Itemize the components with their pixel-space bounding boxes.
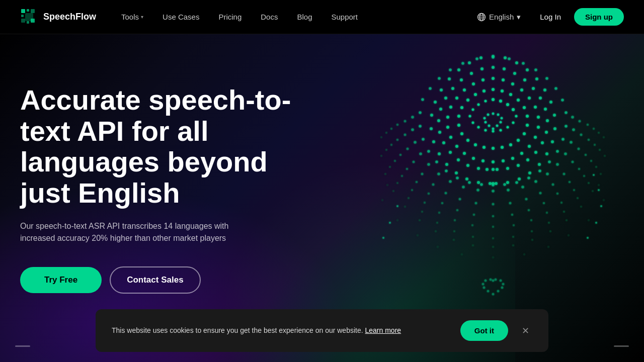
globe-icon xyxy=(477,13,486,22)
svg-rect-5 xyxy=(21,19,25,23)
svg-point-44 xyxy=(460,132,463,135)
nav-support[interactable]: Support xyxy=(325,9,365,25)
svg-point-320 xyxy=(593,174,595,176)
svg-point-91 xyxy=(496,168,499,171)
nav-tools[interactable]: Tools ▾ xyxy=(114,9,150,25)
svg-point-183 xyxy=(546,172,549,175)
svg-point-300 xyxy=(497,114,500,116)
svg-point-144 xyxy=(475,57,478,60)
logo[interactable]: SpeechFlow xyxy=(20,8,96,26)
svg-point-254 xyxy=(472,236,474,238)
svg-point-222 xyxy=(569,181,571,184)
svg-point-51 xyxy=(492,77,495,80)
svg-point-32 xyxy=(517,99,520,102)
svg-point-173 xyxy=(419,152,422,155)
svg-point-124 xyxy=(489,182,492,185)
svg-point-69 xyxy=(449,136,452,139)
try-free-button[interactable]: Try Free xyxy=(20,267,102,293)
svg-point-292 xyxy=(523,253,525,255)
svg-point-220 xyxy=(543,202,545,205)
svg-point-165 xyxy=(445,169,448,172)
svg-point-179 xyxy=(492,190,495,193)
contact-sales-button[interactable]: Contact Sales xyxy=(110,266,200,294)
svg-point-231 xyxy=(411,189,413,191)
svg-point-289 xyxy=(437,246,439,248)
svg-point-18 xyxy=(512,122,515,124)
svg-point-17 xyxy=(515,115,518,118)
login-button[interactable]: Log In xyxy=(531,9,570,25)
svg-point-247 xyxy=(385,149,387,151)
svg-point-264 xyxy=(598,132,600,134)
svg-point-105 xyxy=(470,72,473,75)
svg-point-324 xyxy=(587,237,589,239)
svg-point-259 xyxy=(563,211,565,213)
svg-point-188 xyxy=(571,116,574,119)
svg-point-195 xyxy=(445,192,447,195)
svg-point-175 xyxy=(437,172,440,175)
svg-point-261 xyxy=(588,182,590,184)
svg-point-148 xyxy=(534,68,537,71)
svg-point-251 xyxy=(421,211,423,213)
got-it-button[interactable]: Got it xyxy=(460,320,508,341)
svg-point-42 xyxy=(474,143,477,146)
svg-rect-2 xyxy=(31,9,35,13)
svg-point-136 xyxy=(457,68,460,71)
language-selector[interactable]: English ▾ xyxy=(471,10,527,25)
svg-point-82 xyxy=(539,97,542,100)
svg-point-204 xyxy=(572,161,574,163)
svg-point-213 xyxy=(428,193,430,195)
svg-point-317 xyxy=(487,290,490,293)
svg-point-37 xyxy=(517,139,520,142)
learn-more-link[interactable]: Learn more xyxy=(365,326,401,334)
svg-point-30 xyxy=(501,89,504,93)
nav-docs[interactable]: Docs xyxy=(254,9,285,25)
svg-point-187 xyxy=(572,128,575,131)
svg-point-321 xyxy=(598,189,600,191)
svg-point-62 xyxy=(511,157,514,160)
svg-point-273 xyxy=(472,244,474,246)
svg-point-211 xyxy=(406,168,409,170)
svg-point-151 xyxy=(561,99,564,102)
svg-point-202 xyxy=(552,184,554,186)
svg-point-33 xyxy=(523,106,526,109)
svg-point-167 xyxy=(427,150,430,153)
nav-use-cases[interactable]: Use Cases xyxy=(155,9,206,25)
svg-point-298 xyxy=(487,114,490,116)
nav-blog[interactable]: Blog xyxy=(290,9,319,25)
svg-point-88 xyxy=(526,158,529,161)
svg-point-203 xyxy=(563,173,566,175)
nav-pricing[interactable]: Pricing xyxy=(211,9,249,25)
svg-point-140 xyxy=(429,87,432,90)
hero-subtitle: Our speech-to-text ASR API transcribes 1… xyxy=(20,220,262,244)
svg-point-93 xyxy=(486,168,489,171)
svg-point-243 xyxy=(590,160,592,162)
svg-point-239 xyxy=(546,212,548,214)
hero-content: Accurate speech-to-text API for all lang… xyxy=(20,84,312,294)
svg-point-221 xyxy=(556,193,559,195)
svg-point-104 xyxy=(460,78,463,81)
close-cookie-button[interactable]: ✕ xyxy=(518,324,532,338)
svg-point-322 xyxy=(600,205,602,207)
svg-point-260 xyxy=(577,197,579,199)
svg-point-103 xyxy=(451,87,454,90)
svg-point-109 xyxy=(515,61,518,64)
svg-point-249 xyxy=(396,182,398,184)
svg-point-81 xyxy=(532,87,535,90)
svg-point-256 xyxy=(512,236,514,238)
svg-point-77 xyxy=(492,66,495,69)
signup-button[interactable]: Sign up xyxy=(574,8,624,26)
svg-point-206 xyxy=(580,134,583,136)
svg-point-194 xyxy=(432,184,435,186)
svg-point-122 xyxy=(495,182,498,185)
svg-point-189 xyxy=(411,116,414,119)
svg-point-268 xyxy=(392,190,394,192)
bottom-bar-left xyxy=(15,345,30,347)
svg-point-190 xyxy=(404,134,407,136)
svg-point-323 xyxy=(595,222,597,224)
svg-point-115 xyxy=(553,127,556,130)
svg-point-193 xyxy=(421,173,424,175)
svg-point-106 xyxy=(480,67,484,70)
svg-point-185 xyxy=(564,152,567,155)
svg-rect-7 xyxy=(31,19,35,23)
svg-point-235 xyxy=(471,224,473,226)
